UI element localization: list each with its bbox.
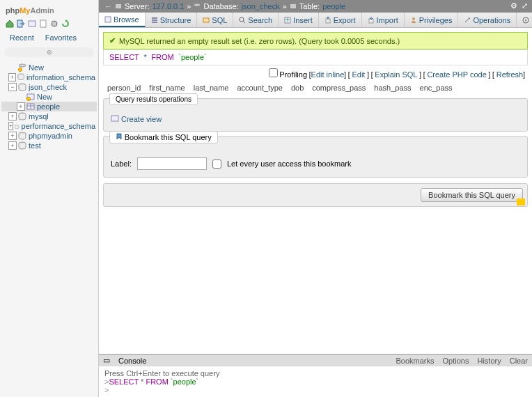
tree-new-table[interactable]: New [1, 92, 97, 102]
sidebar-tabs: Recent Favorites [0, 31, 98, 45]
expand-icon[interactable]: + [8, 132, 17, 140]
button-bar: Bookmark this SQL query [103, 183, 528, 207]
tree-db[interactable]: +performance_schema [1, 121, 97, 131]
console-history[interactable]: History [477, 357, 501, 365]
console-options[interactable]: Options [443, 357, 469, 365]
tab-recent[interactable]: Recent [4, 31, 40, 45]
console-head: ▭ Console Bookmarks Options History Clea… [99, 355, 532, 366]
collapse-icon[interactable]: − [8, 83, 17, 91]
bookmark-share-checkbox[interactable] [212, 159, 221, 169]
svg-rect-22 [152, 20, 157, 21]
expand-icon[interactable]: + [8, 112, 17, 120]
bc-server-link[interactable]: 127.0.0.1 [152, 2, 184, 10]
expand-icon[interactable]: + [8, 141, 17, 150]
tab-tracking[interactable]: Tracking [517, 13, 532, 27]
expand-icon[interactable]: ⤢ [522, 1, 528, 10]
profiling-checkbox[interactable] [269, 68, 278, 77]
tab-import[interactable]: Import [362, 13, 405, 27]
expand-icon[interactable]: + [17, 102, 25, 111]
tab-privileges[interactable]: Privileges [405, 13, 459, 27]
tab-label: SQL [212, 16, 227, 24]
console-clear[interactable]: Clear [510, 357, 528, 365]
edit-inline-link[interactable]: Edit inline [311, 70, 345, 79]
svg-rect-34 [111, 116, 118, 121]
kw: FROM [146, 377, 168, 386]
gear-icon[interactable]: ⚙ [510, 1, 517, 10]
tab-export[interactable]: Export [319, 13, 362, 27]
tree-db[interactable]: −json_check [1, 82, 97, 92]
tree-db[interactable]: +mysql [1, 111, 97, 121]
tree-new[interactable]: New [1, 63, 97, 72]
reload-icon[interactable] [61, 20, 70, 28]
bc-server-label: Server: [125, 2, 149, 10]
logo-php: php [6, 6, 19, 15]
panel-title: Bookmark this SQL query [109, 131, 218, 143]
explain-link[interactable]: Explain SQL [375, 70, 417, 79]
col-header: first_name [149, 84, 185, 92]
logout-icon[interactable] [17, 20, 25, 28]
svg-line-26 [243, 21, 245, 23]
tab-favorites[interactable]: Favorites [40, 31, 82, 45]
expand-icon[interactable]: + [8, 122, 13, 130]
sql-icon [203, 17, 210, 24]
col-header: hash_pass [374, 84, 411, 92]
new-icon [26, 93, 35, 101]
nav-back-icon[interactable]: ← [104, 2, 112, 10]
edit-link[interactable]: Edit [352, 70, 365, 79]
svg-point-31 [412, 17, 415, 20]
svg-rect-17 [116, 4, 121, 8]
database-icon [18, 132, 26, 140]
settings-icon[interactable] [50, 20, 58, 28]
panel-bookmark: Bookmark this SQL query Label: Let every… [103, 136, 528, 178]
insert-icon: + [284, 17, 291, 24]
create-view-link[interactable]: Create view [111, 114, 520, 124]
export-icon [324, 17, 331, 24]
collapse-icon[interactable]: ⊖ [4, 47, 94, 57]
svg-point-3 [52, 21, 57, 26]
tree-db-label: information_schema [26, 73, 95, 81]
console-title: Console [118, 357, 146, 365]
expand-icon[interactable]: + [8, 73, 16, 81]
privileges-icon [410, 17, 417, 24]
sql-table: `people` [171, 377, 198, 386]
bc-db-link[interactable]: json_check [242, 2, 280, 10]
content: ✔ MySQL returned an empty result set (i.… [99, 28, 532, 334]
tree-table[interactable]: +people [1, 102, 97, 111]
tab-sql[interactable]: SQL [197, 13, 233, 27]
bookmark-button[interactable]: Bookmark this SQL query [421, 188, 523, 202]
bc-tbl-link[interactable]: people [322, 2, 345, 10]
col-header: enc_pass [420, 84, 453, 92]
tab-structure[interactable]: Structure [146, 13, 198, 27]
home-icon[interactable] [6, 20, 14, 28]
table-icon [26, 102, 35, 111]
tab-insert[interactable]: +Insert [279, 13, 319, 27]
tree-db[interactable]: +test [1, 141, 97, 150]
tree-db[interactable]: +phpmyadmin [1, 131, 97, 141]
tree-db-label: mysql [29, 112, 49, 120]
tab-search[interactable]: Search [233, 13, 279, 27]
console-prompt: > [104, 386, 109, 394]
breadcrumb: ← Server: 127.0.0.1 » Database: json_che… [99, 0, 532, 13]
console-bookmarks[interactable]: Bookmarks [396, 357, 435, 365]
kw-from: FROM [151, 53, 173, 61]
operations-icon [464, 17, 471, 24]
tree-db[interactable]: +information_schema [1, 72, 97, 82]
database-icon [18, 83, 26, 91]
console-toggle-icon[interactable]: ▭ [103, 356, 110, 365]
bookmark-label-input[interactable] [137, 157, 207, 170]
profiling-row: Profiling [Edit inline] [ Edit ] [ Expla… [103, 65, 528, 81]
tab-browse[interactable]: Browse [99, 13, 146, 27]
alert-text: MySQL returned an empty result set (i.e.… [119, 37, 400, 45]
create-view-label: Create view [121, 115, 162, 123]
console-body[interactable]: Press Ctrl+Enter to execute query >SELEC… [99, 366, 532, 397]
refresh-link[interactable]: Refresh [496, 70, 524, 79]
docs-icon[interactable] [39, 20, 47, 28]
tab-label: Search [248, 16, 272, 24]
php-code-link[interactable]: Create PHP code [427, 70, 486, 79]
tree-db-label: performance_schema [22, 122, 95, 130]
tab-operations[interactable]: Operations [458, 13, 517, 27]
sql-star: * [141, 377, 143, 386]
flag-icon[interactable] [517, 198, 525, 205]
sql-icon[interactable] [28, 20, 36, 28]
tab-label: Browse [114, 15, 139, 24]
